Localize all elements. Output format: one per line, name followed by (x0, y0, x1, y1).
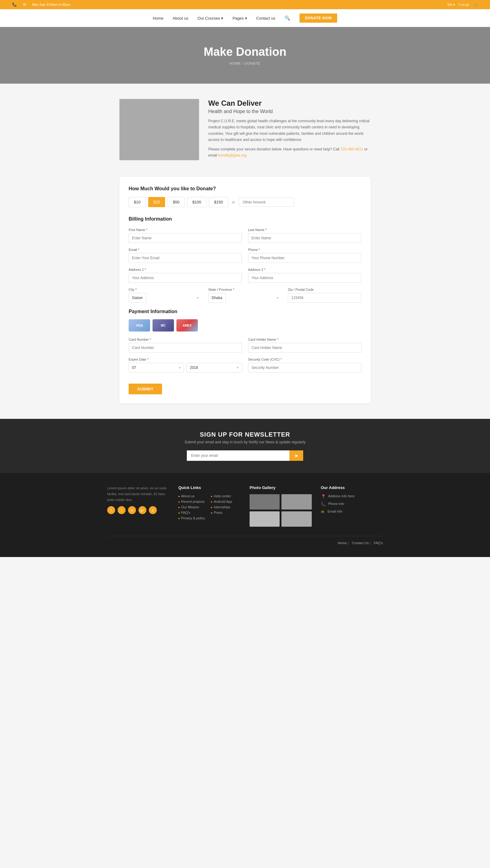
footer-link-press[interactable]: Press (211, 511, 232, 515)
email-icon: ✉ (23, 2, 26, 7)
submit-button[interactable]: SUBMIT (129, 383, 162, 394)
footer-link-mission[interactable]: Our Mission (178, 505, 205, 509)
footer-link-recent[interactable]: Recent projects (178, 500, 205, 503)
donate-now-button[interactable]: DONATE NOW (299, 13, 337, 23)
footer-bottom-home[interactable]: Home (338, 541, 347, 545)
footer-address-title: Our Address (321, 485, 383, 490)
footer-gplus-icon[interactable]: g+ (138, 506, 146, 514)
payment-section-title: Payment Information (129, 309, 361, 314)
top-bar-left: 📞 ✉ Mon-Sat: 8:00am-6:30pm (12, 2, 70, 7)
or-text: or (232, 200, 235, 204)
footer-pinterest-icon[interactable]: p (149, 506, 157, 514)
card-holder-input[interactable] (248, 343, 361, 353)
footer-links-col2: Help center Android App Internships Pres… (211, 494, 232, 522)
zip-input[interactable] (288, 293, 361, 303)
about-email[interactable]: humilty@give.org (218, 153, 247, 157)
visa-card-icon: VISA (129, 319, 150, 332)
city-label: City * (129, 288, 202, 291)
footer-link-help[interactable]: Help center (211, 494, 232, 498)
amount-25-button[interactable]: $25 (148, 197, 165, 207)
city-select-wrapper: Gaiser (129, 293, 202, 303)
state-group: State / Province * Dhaka (208, 288, 282, 303)
nav-contact[interactable]: Contact us (256, 16, 275, 21)
billing-section-title: Billing Information (129, 216, 361, 222)
phone-icon: 📞 (12, 2, 17, 7)
email-text: Email info (328, 509, 342, 513)
amount-100-button[interactable]: $100 (187, 197, 206, 207)
footer-address-col: Our Address 📍 Address info here 📞 Phone … (321, 485, 383, 527)
address2-group: Address 2 * (248, 268, 361, 283)
amount-150-button[interactable]: $150 (209, 197, 228, 207)
address2-input[interactable] (248, 273, 361, 283)
form-card: How Much Would you like to Donate? $10 $… (120, 177, 370, 404)
phone-label: Phone * (248, 248, 361, 252)
footer-linkedin-icon[interactable]: in (128, 506, 136, 514)
footer-links-title: Quick Links (178, 485, 241, 490)
zip-label: Zip / Postal Code (288, 288, 361, 291)
footer-bottom: Home | Contact Us | FAQ's (107, 536, 383, 545)
about-heading1: We Can Deliver (208, 99, 370, 107)
cart-icon[interactable]: 🛒 (473, 3, 478, 7)
footer-gallery-title: Photo Gallery (250, 485, 312, 490)
about-text: We Can Deliver Health and Hope to the Wo… (208, 99, 370, 161)
gallery-thumb-4 (282, 512, 312, 527)
form-section: How Much Would you like to Donate? $10 $… (0, 177, 490, 419)
address1-input[interactable] (129, 273, 242, 283)
gallery-grid (250, 494, 312, 527)
gallery-thumb-1 (250, 494, 280, 509)
footer-bottom-faq[interactable]: FAQ's (373, 541, 383, 545)
newsletter-section: SIGN UP FOR NEWSLETTER Submit your email… (0, 419, 490, 473)
hours-text: Mon-Sat: 8:00am-6:30pm (32, 3, 70, 6)
other-amount-input[interactable] (239, 197, 294, 207)
amount-50-button[interactable]: $50 (167, 197, 185, 207)
phone-input[interactable] (248, 253, 361, 263)
footer-link-android[interactable]: Android App (211, 500, 232, 503)
footer-link-privacy[interactable]: Privacy & policy (178, 516, 205, 520)
footer-link-about[interactable]: About us (178, 494, 205, 498)
newsletter-submit-button[interactable]: ➤ (289, 451, 303, 461)
footer-bottom-contact[interactable]: Contact Us (352, 541, 368, 545)
footer-link-internships[interactable]: Internships (211, 505, 232, 509)
expire-year-select[interactable]: 2018 (187, 363, 242, 373)
first-name-input[interactable] (129, 233, 242, 243)
card-holder-group: Card Holder Name * (248, 338, 361, 353)
footer-facebook-icon[interactable]: f (107, 506, 115, 514)
email-phone-row: Email * Phone * (129, 248, 361, 263)
state-select[interactable]: Dhaka (208, 293, 226, 303)
donation-amounts: $10 $25 $50 $100 $150 or (129, 197, 361, 207)
footer-about-col: Lorem ipsum dolor sit amet, vix an iusto… (107, 485, 169, 527)
about-phone[interactable]: 720-490-4011 (340, 147, 363, 151)
expire-year-wrapper: 2018 (187, 363, 242, 373)
newsletter-subtitle: Submit your email and stay in touch by N… (12, 440, 478, 444)
nav-home[interactable]: Home (153, 16, 164, 21)
footer: Lorem ipsum dolor sit amet, vix an iusto… (0, 473, 490, 557)
about-inner: We Can Deliver Health and Hope to the Wo… (120, 99, 370, 161)
phone-address-icon: 📞 (321, 502, 326, 506)
expire-security-row: Expire Date * 07 2018 Security Code (129, 358, 361, 373)
lang-selector[interactable]: EN ▾ (448, 3, 455, 7)
top-bar-right: EN ▾ f t in g+ 🛒 (448, 3, 478, 7)
security-code-input[interactable] (248, 363, 361, 373)
nav-about[interactable]: About us (172, 16, 188, 21)
last-name-input[interactable] (248, 233, 361, 243)
email-group: Email * (129, 248, 242, 263)
amount-10-button[interactable]: $10 (129, 197, 146, 207)
email-input[interactable] (129, 253, 242, 263)
footer-address-email: ✉ Email info (321, 509, 383, 514)
card-number-input[interactable] (129, 343, 242, 353)
security-code-label: Security Code (CVC) * (248, 358, 361, 361)
gallery-thumb-3 (250, 512, 280, 527)
newsletter-email-input[interactable] (187, 451, 289, 461)
expire-month-select[interactable]: 07 (129, 363, 184, 373)
nav-courses[interactable]: Our Courses ▾ (198, 16, 223, 21)
last-name-group: Last Name * (248, 228, 361, 243)
gallery-thumb-2 (282, 494, 312, 509)
footer-link-faq[interactable]: FAQ's (178, 511, 205, 515)
footer-twitter-icon[interactable]: t (118, 506, 126, 514)
city-select[interactable]: Gaiser (129, 293, 146, 303)
expire-month-wrapper: 07 (129, 363, 184, 373)
nav-pages[interactable]: Pages ▾ (232, 16, 247, 21)
search-icon[interactable]: 🔍 (285, 15, 290, 21)
address1-label: Address 1 * (129, 268, 242, 272)
donation-section-title: How Much Would you like to Donate? (129, 186, 361, 191)
